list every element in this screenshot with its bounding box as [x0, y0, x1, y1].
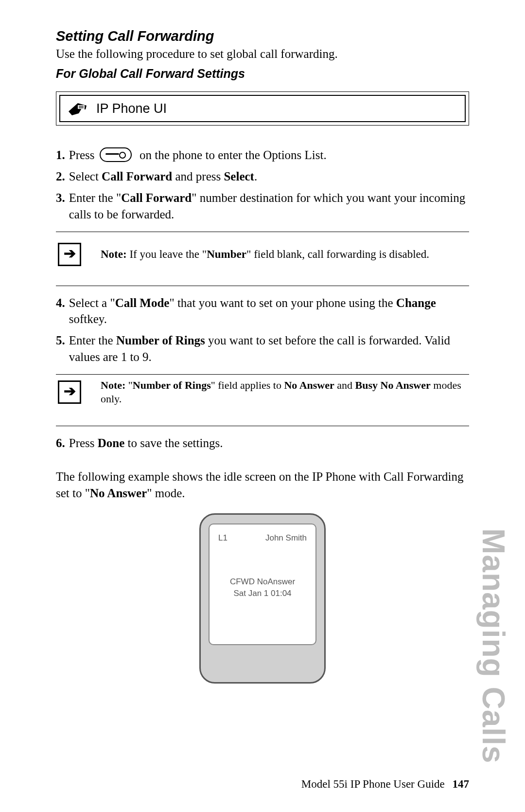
step-body: Select Call Forward and press Select.	[69, 168, 469, 185]
step-number: 1.	[56, 147, 65, 163]
ip-phone-ui-box: IP Phone UI	[56, 91, 469, 126]
steps-list: 1. Press on the phone to enter the Optio…	[56, 147, 469, 451]
step-text: Enter the "	[69, 191, 121, 204]
phone-mockup: L1 John Smith CFWD NoAnswer Sat Jan 1 01…	[199, 513, 326, 684]
step-text: Select	[69, 170, 102, 183]
note-text: Note: "Number of Rings" field applies to…	[101, 379, 469, 406]
separator	[56, 286, 469, 286]
phone-screen: L1 John Smith CFWD NoAnswer Sat Jan 1 01…	[209, 523, 316, 645]
step-text: on the phone to enter the Options List.	[140, 148, 327, 162]
step-text: to save the settings.	[124, 436, 223, 450]
note-part: "	[125, 379, 132, 391]
note-part: If you leave the "	[127, 248, 207, 260]
step-text: Enter the	[69, 334, 116, 347]
step-text: .	[254, 170, 257, 183]
step-bold: Select	[224, 170, 254, 183]
subsection-title: For Global Call Forward Settings	[56, 67, 469, 81]
para-bold: No Answer	[90, 487, 147, 500]
options-key-icon	[100, 147, 132, 162]
screen-line-indicator: L1	[218, 533, 228, 543]
step-1: 1. Press on the phone to enter the Optio…	[56, 147, 469, 163]
ip-phone-ui-box-inner: IP Phone UI	[59, 95, 466, 122]
step-text: Press	[69, 436, 98, 450]
screen-user-name: John Smith	[265, 533, 307, 543]
note-part: and	[334, 379, 355, 391]
note-bold: Number of Rings	[133, 379, 211, 391]
arrow-right-icon: ➔	[58, 243, 81, 266]
step-number: 4.	[56, 295, 65, 328]
chapter-side-label: Managing Calls	[475, 528, 511, 763]
footer-doc-title: Model 55i IP Phone User Guide	[301, 778, 445, 790]
step-bold: Call Forward	[102, 170, 172, 183]
note-text: Note: If you leave the "Number" field bl…	[101, 247, 469, 262]
para-text: " mode.	[147, 487, 185, 500]
note-bold: Busy No Answer	[355, 379, 431, 391]
note-label: Note:	[101, 248, 127, 260]
phone-body: L1 John Smith CFWD NoAnswer Sat Jan 1 01…	[199, 513, 326, 684]
step-bold: Number of Rings	[116, 334, 205, 347]
section-title: Setting Call Forwarding	[56, 28, 469, 44]
screen-cfwd-status: CFWD NoAnswer	[210, 577, 315, 587]
step-number: 2.	[56, 168, 65, 185]
intro-text: Use the following procedure to set globa…	[56, 47, 469, 61]
step-body: Enter the Number of Rings you want to se…	[69, 332, 469, 365]
note-bold: Number	[207, 248, 246, 260]
step-bold: Call Mode	[115, 296, 170, 309]
ip-phone-ui-label: IP Phone UI	[96, 101, 167, 116]
step-text: " that you want to set on your phone usi…	[169, 296, 396, 309]
step-6: 6. Press Done to save the settings.	[56, 435, 469, 451]
page-number: 147	[453, 778, 470, 790]
note-block-2: ➔ Note: "Number of Rings" field applies …	[56, 375, 469, 417]
step-5: 5. Enter the Number of Rings you want to…	[56, 332, 469, 365]
step-text: and press	[172, 170, 224, 183]
step-bold: Change	[396, 296, 436, 309]
note-part: " field blank, call forwarding is disabl…	[246, 248, 429, 260]
step-body: Select a "Call Mode" that you want to se…	[69, 295, 469, 328]
step-number: 6.	[56, 435, 65, 451]
example-paragraph: The following example shows the idle scr…	[56, 469, 469, 502]
step-body: Enter the "Call Forward" number destinat…	[69, 190, 469, 223]
note-bold: No Answer	[284, 379, 334, 391]
page-footer: Model 55i IP Phone User Guide 147	[301, 778, 469, 791]
step-bold: Call Forward	[121, 191, 192, 204]
arrow-right-icon: ➔	[58, 380, 81, 404]
step-body: Press on the phone to enter the Options …	[69, 147, 469, 163]
step-text: softkey.	[69, 312, 107, 325]
step-body: Press Done to save the settings.	[69, 435, 469, 451]
screen-datetime: Sat Jan 1 01:04	[210, 589, 315, 598]
note-part: " field applies to	[211, 379, 284, 391]
step-number: 3.	[56, 190, 65, 223]
note-label: Note:	[101, 379, 125, 391]
separator	[56, 426, 469, 426]
step-bold: Done	[98, 436, 125, 450]
step-2: 2. Select Call Forward and press Select.	[56, 168, 469, 185]
step-3: 3. Enter the "Call Forward" number desti…	[56, 190, 469, 223]
phone-illustration-icon	[67, 101, 88, 116]
note-block-1: ➔ Note: If you leave the "Number" field …	[56, 232, 469, 277]
step-4: 4. Select a "Call Mode" that you want to…	[56, 295, 469, 328]
step-text: Select a "	[69, 296, 115, 309]
step-text: Press	[69, 148, 95, 162]
step-number: 5.	[56, 332, 65, 365]
